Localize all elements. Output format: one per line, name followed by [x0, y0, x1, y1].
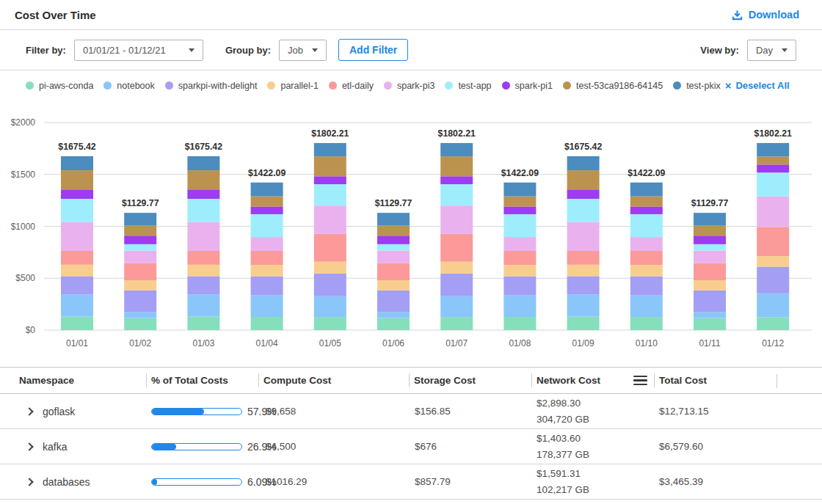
expand-chevron-icon[interactable] [25, 478, 33, 486]
bar-segment-test-app [630, 214, 663, 237]
total-cost-cell: $12,713.15 [654, 406, 807, 417]
bar-segment-etl-daily [187, 251, 219, 265]
column-header-namespace[interactable]: Namespace [15, 373, 146, 387]
progress-bar [151, 478, 242, 486]
bar-segment-pi-aws-conda [440, 317, 473, 330]
bar-segment-spark-pi1 [757, 164, 789, 172]
bar-segment-spark-pi3 [124, 251, 156, 263]
view-by-dropdown[interactable]: Day [747, 40, 796, 61]
legend-item-test-pkix[interactable]: test-pkix [673, 81, 721, 91]
bar-segment-test-53ca9186-64145 [757, 156, 789, 164]
network-cost-value: $2,898.30 [537, 395, 654, 412]
bar-segment-notebook [377, 312, 410, 318]
bar-segment-notebook [440, 296, 473, 317]
bar-total-label: $1422.09 [248, 168, 285, 178]
legend-item-notebook[interactable]: notebook [103, 81, 154, 91]
bar-segment-parallel-1 [314, 262, 346, 274]
bar-total-label: $1129.77 [375, 198, 412, 208]
bar-total-label: $1675.42 [564, 142, 602, 152]
bar-segment-etl-daily [567, 251, 600, 265]
legend-item-spark-pi3[interactable]: spark-pi3 [384, 81, 434, 91]
cost-over-time-page: Cost Over Time Download Filter by: 01/01… [0, 0, 822, 504]
x-axis-tick-label: 01/11 [699, 338, 720, 348]
column-header-storage-cost[interactable]: Storage Cost [409, 373, 531, 387]
bar-segment-spark-pi1 [440, 176, 473, 184]
namespace-cell: goflask [15, 406, 146, 417]
view-by-value: Day [756, 45, 773, 56]
legend-dot-icon [329, 81, 337, 90]
download-label: Download [749, 9, 799, 21]
legend-item-etl-daily[interactable]: etl-daily [329, 81, 374, 91]
legend-item-test-53ca9186-64145[interactable]: test-53ca9186-64145 [563, 81, 663, 91]
bar-segment-spark-pi3 [567, 222, 600, 251]
expand-chevron-icon[interactable] [25, 442, 33, 450]
bar-segment-sparkpi-with-delight [440, 274, 473, 296]
bar-segment-spark-pi1 [61, 189, 93, 199]
legend-item-sparkpi-with-delight[interactable]: sparkpi-with-delight [165, 81, 258, 91]
x-axis-tick-label: 01/07 [445, 338, 468, 348]
legend-dot-icon [26, 81, 34, 90]
compute-cost-cell: $1016.29 [258, 476, 409, 487]
legend-item-label: spark-pi3 [397, 81, 434, 91]
page-title: Cost Over Time [15, 9, 96, 21]
bar-segment-test-pkix [440, 143, 473, 156]
column-header-pct-total-costs[interactable]: % of Total Costs [146, 373, 258, 387]
bar-segment-pi-aws-conda [251, 317, 283, 330]
column-header-network-cost[interactable]: Network Cost [531, 373, 654, 387]
legend-item-label: test-pkix [686, 81, 721, 91]
compute-cost-cell: $4,500 [258, 441, 409, 452]
bar-segment-pi-aws-conda [314, 317, 346, 330]
legend-dot-icon [384, 81, 392, 90]
bar-segment-etl-daily [251, 251, 283, 265]
bar-segment-pi-aws-conda [503, 317, 536, 330]
legend-item-label: parallel-1 [280, 81, 318, 91]
network-cost-label: Network Cost [537, 375, 600, 386]
bar-total-label: $1802.21 [438, 128, 476, 139]
namespace-label: goflask [43, 406, 75, 417]
bar-segment-spark-pi3 [757, 197, 789, 227]
y-axis-tick-label: $1500 [11, 169, 36, 180]
bar-segment-sparkpi-with-delight [124, 291, 156, 312]
legend-item-parallel-1[interactable]: parallel-1 [267, 81, 318, 91]
bar-segment-spark-pi3 [187, 222, 219, 251]
column-header-total-cost[interactable]: Total Cost [654, 373, 807, 387]
bar-segment-spark-pi1 [567, 189, 600, 199]
legend-dot-icon [563, 81, 571, 90]
download-button[interactable]: Download [727, 8, 804, 21]
view-by-label: View by: [700, 45, 739, 56]
group-by-dropdown[interactable]: Job [279, 40, 327, 61]
bar-segment-test-app [61, 199, 93, 222]
date-range-dropdown[interactable]: 01/01/21 - 01/12/21 [74, 40, 203, 61]
bar-segment-test-app [187, 199, 219, 222]
filter-by-label: Filter by: [26, 45, 66, 56]
legend-item-label: etl-daily [342, 81, 374, 91]
legend-item-label: sparkpi-with-delight [178, 81, 258, 91]
filter-right-group: View by: Day [700, 40, 796, 61]
deselect-all-button[interactable]: × Deselect All [721, 79, 794, 92]
x-axis-tick-label: 01/10 [636, 338, 658, 348]
network-cost-cell: $1,591.31102,217 GB [531, 466, 654, 498]
bar-segment-pi-aws-conda [124, 318, 156, 330]
legend-item-spark-pi1[interactable]: spark-pi1 [502, 81, 553, 91]
bar-segment-test-app [124, 244, 156, 251]
bar-segment-notebook [503, 296, 536, 317]
legend-item-test-app[interactable]: test-app [445, 81, 491, 91]
column-header-compute-cost[interactable]: Compute Cost [258, 373, 409, 387]
bar-segment-sparkpi-with-delight [694, 291, 726, 312]
legend-dot-icon [267, 81, 275, 90]
y-axis-tick-label: $1000 [11, 222, 36, 232]
bar-segment-spark-pi3 [630, 237, 663, 251]
bar-segment-parallel-1 [377, 280, 410, 291]
bar-segment-test-pkix [757, 143, 789, 156]
expand-chevron-icon[interactable] [25, 407, 33, 415]
add-filter-button[interactable]: Add Filter [338, 39, 408, 61]
bar-segment-parallel-1 [61, 265, 93, 277]
column-menu-icon[interactable] [633, 376, 647, 386]
bar-segment-test-app [694, 244, 726, 251]
bar-segment-spark-pi3 [61, 222, 93, 251]
bar-segment-spark-pi3 [440, 205, 473, 234]
bar-segment-test-53ca9186-64145 [377, 226, 410, 236]
bar-segment-notebook [694, 312, 726, 318]
legend-item-pi-aws-conda[interactable]: pi-aws-conda [26, 81, 93, 91]
bar-segment-spark-pi1 [187, 189, 219, 199]
